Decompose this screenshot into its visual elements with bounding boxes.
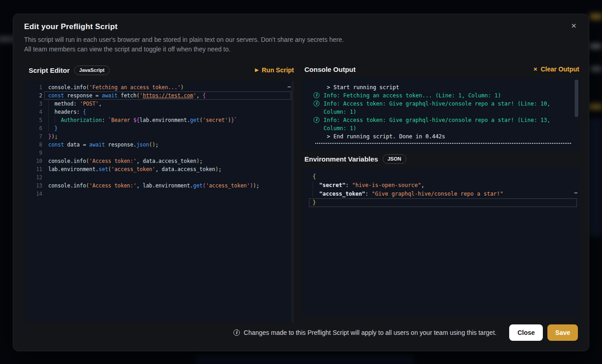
console-header: Console Output ✕ Clear Output bbox=[304, 63, 579, 75]
code-token: } bbox=[48, 133, 51, 140]
code-token: console.info bbox=[48, 84, 86, 91]
code-token: response. bbox=[105, 142, 137, 148]
code-token: , bbox=[99, 101, 102, 107]
env-line-text: "secret": "hive-is-open-source", bbox=[313, 181, 425, 190]
run-script-button[interactable]: ▶ Run Script bbox=[255, 66, 294, 74]
code-line[interactable]: 5Authorization: `Bearer ${lab.environmen… bbox=[24, 116, 294, 124]
indent-guide bbox=[55, 116, 61, 124]
code-line[interactable]: 10console.info('Access token:', data.acc… bbox=[24, 157, 294, 165]
code-token: lab.environment. bbox=[140, 117, 190, 123]
script-editor-lines: 1console.info('Fetching an access token.… bbox=[24, 83, 294, 198]
console-line-text: Info: Fetching an access token... (Line:… bbox=[324, 92, 501, 99]
code-line[interactable]: 8const data = await response.json(); bbox=[24, 141, 294, 149]
code-token: ) bbox=[215, 166, 218, 172]
console-line-text: > End running script. Done in 0.442s bbox=[324, 133, 445, 140]
env-line[interactable]: { bbox=[302, 172, 579, 181]
code-token: ) bbox=[228, 117, 231, 123]
code-token: `Bearer bbox=[108, 117, 133, 123]
line-number: 14 bbox=[24, 190, 42, 198]
console-line-text: Info: Access token: Give graphql-hive/co… bbox=[324, 117, 554, 131]
code-token: 'access_token' bbox=[206, 182, 250, 189]
code-line[interactable]: 11lab.environment.set('access_token', da… bbox=[24, 165, 294, 173]
code-line[interactable]: 12 bbox=[24, 173, 294, 182]
language-badge: JavaScript bbox=[74, 66, 110, 75]
console-scrollbar-thumb[interactable] bbox=[575, 80, 578, 117]
line-number: 2 bbox=[24, 91, 42, 100]
code-token: ( bbox=[108, 166, 111, 172]
json-badge: JSON bbox=[383, 154, 406, 164]
console-line-text: Info: Access token: Give graphql-hive/co… bbox=[324, 101, 554, 115]
code-line[interactable]: 9 bbox=[24, 149, 294, 157]
info-circle-icon bbox=[314, 101, 319, 106]
code-token: , data.access_token bbox=[155, 166, 215, 172]
editor-scrollbar[interactable] bbox=[291, 81, 294, 322]
code-token: const bbox=[48, 142, 64, 148]
code-token: "hive-is-open-source" bbox=[352, 182, 421, 188]
clear-output-button[interactable]: ✕ Clear Output bbox=[533, 66, 579, 73]
line-number: 3 bbox=[24, 100, 42, 108]
close-icon[interactable]: ✕ bbox=[568, 20, 580, 32]
script-editor-header: Script Editor JavaScript ▶ Run Script bbox=[29, 64, 294, 76]
code-token: , bbox=[196, 92, 202, 99]
code-token: console.info bbox=[48, 158, 86, 164]
code-text: Authorization: `Bearer ${lab.environment… bbox=[48, 116, 238, 124]
code-token: : bbox=[102, 117, 108, 123]
line-number: 13 bbox=[24, 182, 42, 190]
code-text: lab.environment.set('access_token', data… bbox=[48, 165, 222, 173]
line-number: 9 bbox=[24, 149, 42, 157]
code-token: ( bbox=[86, 84, 89, 91]
code-token: method: bbox=[55, 101, 80, 107]
line-number: 12 bbox=[24, 173, 42, 182]
dialog-description-line2: All team members can view the script and… bbox=[24, 45, 344, 54]
console-lines: > Start running scriptInfo: Fetching an … bbox=[313, 83, 571, 144]
footer-note: Changes made to this Preflight Script wi… bbox=[233, 329, 497, 336]
indent-guide bbox=[48, 100, 55, 107]
code-line[interactable]: 6} bbox=[24, 124, 294, 132]
console-output[interactable]: > Start running scriptInfo: Fetching an … bbox=[302, 78, 579, 151]
code-line[interactable]: 4headers: { bbox=[24, 108, 294, 116]
env-line-text: { bbox=[313, 172, 316, 181]
close-button[interactable]: Close bbox=[509, 324, 543, 341]
env-line[interactable]: } bbox=[302, 198, 579, 207]
code-text: const response = await fetch('https://te… bbox=[48, 91, 206, 100]
code-token: ` bbox=[234, 117, 238, 123]
code-line[interactable]: 14 bbox=[24, 190, 294, 198]
play-icon: ▶ bbox=[255, 68, 259, 72]
environment-variables-editor[interactable]: {"secret": "hive-is-open-source","access… bbox=[302, 168, 579, 317]
code-line[interactable]: 2const response = await fetch('https://t… bbox=[24, 91, 294, 100]
code-line[interactable]: 3method: 'POST', bbox=[24, 100, 294, 108]
env-line[interactable]: "secret": "hive-is-open-source", bbox=[302, 181, 579, 190]
console-line-text: > Start running script bbox=[324, 84, 399, 91]
code-token: headers: bbox=[55, 109, 83, 115]
code-token: : bbox=[345, 182, 352, 188]
dialog-title: Edit your Preflight Script bbox=[24, 22, 117, 31]
code-token: console.info bbox=[48, 182, 86, 189]
code-token: ( bbox=[86, 182, 89, 189]
script-editor[interactable]: 1console.info('Fetching an access token.… bbox=[24, 81, 294, 322]
code-token: ; bbox=[55, 133, 58, 140]
console-line: Info: Access token: Give graphql-hive/co… bbox=[313, 100, 571, 116]
code-line[interactable]: 1console.info('Fetching an access token.… bbox=[24, 83, 294, 91]
line-number: 6 bbox=[24, 124, 42, 132]
console-output-label: Console Output bbox=[304, 66, 356, 73]
backdrop-blur-blob bbox=[589, 44, 601, 49]
code-token: ; bbox=[155, 142, 158, 148]
save-button[interactable]: Save bbox=[547, 324, 578, 341]
code-token: "Give graphql-hive/console repo a star!" bbox=[372, 191, 503, 197]
info-icon bbox=[233, 329, 240, 336]
indent-guide bbox=[48, 116, 55, 124]
dialog-footer: Changes made to this Preflight Script wi… bbox=[24, 324, 578, 341]
code-line[interactable]: 7}); bbox=[24, 132, 294, 141]
env-line[interactable]: "access_token": "Give graphql-hive/conso… bbox=[302, 190, 579, 198]
code-text: const data = await response.json(); bbox=[48, 141, 158, 149]
line-number: 11 bbox=[24, 165, 42, 173]
code-line[interactable]: 13console.info('Access token:', lab.envi… bbox=[24, 182, 294, 190]
line-number: 10 bbox=[24, 157, 42, 165]
environment-variables-label: Environment Variables bbox=[304, 155, 378, 163]
footer-note-text: Changes made to this Preflight Script wi… bbox=[244, 329, 497, 336]
code-token: ' bbox=[140, 92, 143, 99]
code-token: ) bbox=[181, 84, 184, 91]
backdrop-blur-blob bbox=[590, 66, 602, 71]
env-lines: {"secret": "hive-is-open-source","access… bbox=[302, 172, 579, 207]
indent-guide bbox=[313, 190, 319, 197]
